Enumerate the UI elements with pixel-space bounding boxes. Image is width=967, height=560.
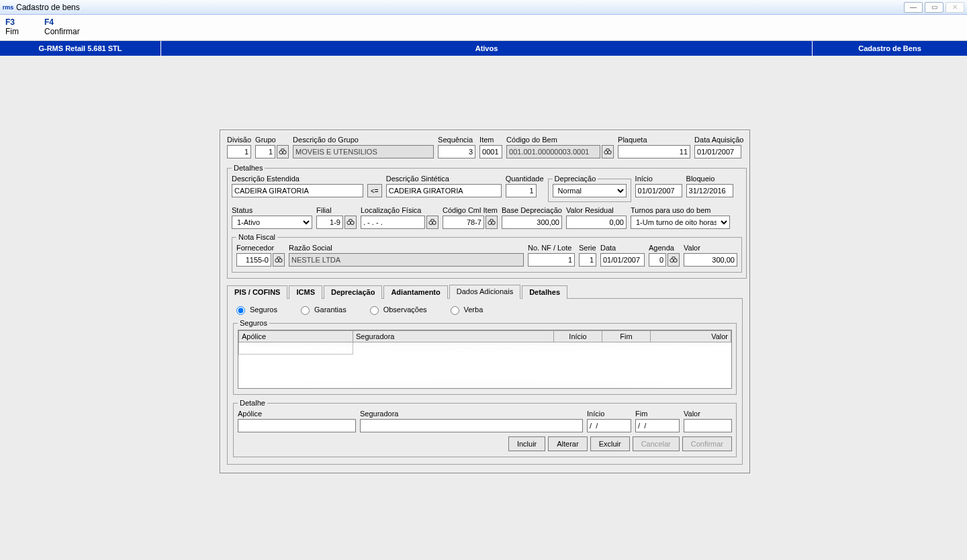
maximize-button[interactable]: ▭ <box>925 2 943 13</box>
grupo-label: Grupo <box>255 136 289 144</box>
shortcut-key: F3 <box>5 17 19 27</box>
plaqueta-input[interactable] <box>618 145 690 158</box>
fornecedor-lookup-button[interactable] <box>273 253 285 267</box>
filial-lookup-button[interactable] <box>344 216 357 229</box>
agenda-input[interactable] <box>649 253 666 267</box>
grupo-lookup-button[interactable] <box>277 145 289 158</box>
loc-fisica-lookup-button[interactable] <box>426 216 439 229</box>
status-select[interactable]: 1-Ativo <box>232 216 312 229</box>
divisao-input[interactable] <box>227 145 251 158</box>
shortcut-confirmar[interactable]: F4 Confirmar <box>44 17 80 36</box>
item-input[interactable] <box>479 145 502 158</box>
confirmar-button[interactable]: Confirmar <box>682 436 732 451</box>
loc-fisica-label: Localização Física <box>361 206 439 214</box>
window-titlebar: rms Cadastro de bens — ▭ ✕ <box>0 0 967 15</box>
grupo-input[interactable] <box>255 145 275 158</box>
codigo-bem-label: Código do Bem <box>506 136 614 144</box>
filial-input[interactable] <box>316 216 343 229</box>
cod-cml-input[interactable] <box>443 216 484 229</box>
inicio-input[interactable] <box>635 184 682 197</box>
razao-social-label: Razão Social <box>289 244 524 252</box>
fornecedor-input[interactable] <box>236 253 271 267</box>
tab-icms[interactable]: ICMS <box>289 285 322 299</box>
valor-residual-input[interactable] <box>566 216 627 229</box>
loc-fisica-input[interactable] <box>361 216 425 229</box>
sequencia-input[interactable] <box>438 145 475 158</box>
shortcut-fim[interactable]: F3 Fim <box>5 17 19 36</box>
divisao-label: Divisão <box>227 136 251 144</box>
copy-desc-button[interactable]: <= <box>367 184 382 197</box>
app-icon: rms <box>3 2 13 13</box>
cod-cml-label: Código Cml Item <box>443 206 498 214</box>
alterar-button[interactable]: Alterar <box>548 436 587 451</box>
fornecedor-label: Fornecedor <box>236 244 285 252</box>
bloqueio-input[interactable] <box>686 184 733 197</box>
col-inicio: Início <box>554 331 602 342</box>
nf-data-input[interactable] <box>600 253 645 267</box>
depreciacao-fieldset: Depreciação Normal <box>548 175 631 202</box>
close-button[interactable]: ✕ <box>946 2 964 13</box>
detalhe-fieldset: Detalhe Apólice Seguradora Início Fim Va… <box>233 399 737 457</box>
depreciacao-select[interactable]: Normal <box>553 184 627 197</box>
detalhe-valor-input[interactable] <box>684 419 732 432</box>
col-apolice: Apólice <box>239 331 353 342</box>
item-label: Item <box>479 136 502 144</box>
detalhe-inicio-input[interactable] <box>587 419 631 432</box>
desc-sintetica-input[interactable] <box>386 184 502 197</box>
binoculars-icon <box>347 218 355 226</box>
module-title: Ativos <box>161 41 813 56</box>
plaqueta-label: Plaqueta <box>618 136 690 144</box>
radio-seguros[interactable]: Seguros <box>233 304 277 315</box>
quantidade-input[interactable] <box>506 184 537 197</box>
nf-valor-label: Valor <box>684 244 737 252</box>
valor-residual-label: Valor Residual <box>566 206 627 214</box>
desc-estendida-input[interactable] <box>232 184 363 197</box>
shortcut-key: F4 <box>44 17 80 27</box>
data-aquisicao-input[interactable] <box>694 145 741 158</box>
base-dep-input[interactable] <box>502 216 562 229</box>
tab-pis-cofins[interactable]: PIS / COFINS <box>227 285 287 299</box>
radio-observacoes[interactable]: Observações <box>367 304 427 315</box>
detalhe-apolice-input[interactable] <box>238 419 356 432</box>
binoculars-icon <box>428 218 436 226</box>
incluir-button[interactable]: Incluir <box>508 436 545 451</box>
col-valor: Valor <box>651 331 731 342</box>
agenda-label: Agenda <box>649 244 680 252</box>
detalhe-legend: Detalhe <box>238 399 267 407</box>
turnos-select[interactable]: 1-Um turno de oito horas <box>631 216 730 229</box>
tab-adiantamento[interactable]: Adiantamento <box>383 285 447 299</box>
codigo-bem-display <box>506 145 600 158</box>
detalhe-seguradora-input[interactable] <box>360 419 583 432</box>
table-row[interactable] <box>239 342 731 355</box>
detalhes-fieldset: Detalhes Descrição Estendida <= Descriçã… <box>227 164 747 279</box>
tab-detalhes[interactable]: Detalhes <box>522 285 567 299</box>
data-aquisicao-label: Data Aquisição <box>694 136 743 144</box>
radio-verba[interactable]: Verba <box>447 304 483 315</box>
shortcut-label: Fim <box>5 27 19 36</box>
desc-grupo-label: Descrição do Grupo <box>293 136 434 144</box>
detalhe-fim-input[interactable] <box>635 419 680 432</box>
nf-lote-input[interactable] <box>528 253 575 267</box>
quantidade-label: Quantidade <box>506 175 544 183</box>
codigo-bem-lookup-button[interactable] <box>602 145 614 158</box>
seguros-fieldset: Seguros Apólice Seguradora Início Fim Va… <box>233 319 737 395</box>
nf-valor-input[interactable] <box>684 253 737 267</box>
detalhe-valor-label: Valor <box>684 410 732 418</box>
tab-strip: PIS / COFINS ICMS Depreciação Adiantamen… <box>227 284 743 299</box>
minimize-button[interactable]: — <box>904 2 923 13</box>
tab-dados-adicionais[interactable]: Dados Adicionais <box>449 285 520 299</box>
cancelar-button[interactable]: Cancelar <box>633 436 680 451</box>
excluir-button[interactable]: Excluir <box>590 436 630 451</box>
seguros-table[interactable]: Apólice Seguradora Início Fim Valor <box>238 330 732 389</box>
serie-input[interactable] <box>579 253 596 267</box>
shortcut-label: Confirmar <box>44 27 80 36</box>
filial-label: Filial <box>316 206 357 214</box>
cod-cml-lookup-button[interactable] <box>486 216 498 229</box>
tab-depreciacao[interactable]: Depreciação <box>324 285 382 299</box>
col-seguradora: Seguradora <box>353 331 554 342</box>
agenda-lookup-button[interactable] <box>667 253 680 267</box>
detalhe-apolice-label: Apólice <box>238 410 356 418</box>
radio-garantias[interactable]: Garantias <box>297 304 347 315</box>
seguros-legend: Seguros <box>238 319 269 327</box>
turnos-label: Turnos para uso do bem <box>631 206 742 214</box>
